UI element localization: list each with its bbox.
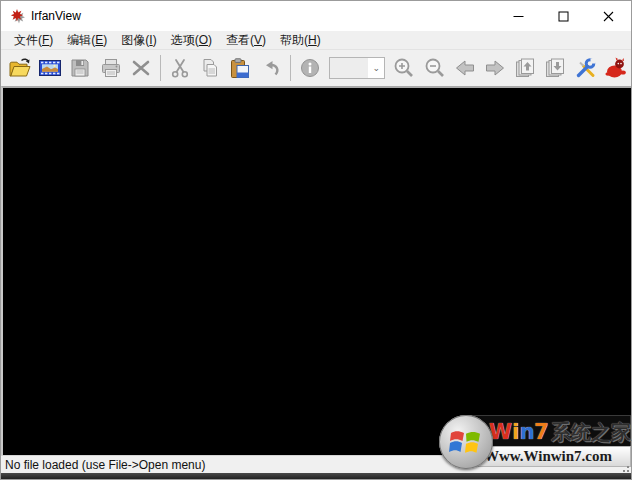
- first-file-button[interactable]: [510, 53, 540, 83]
- copy-button[interactable]: [195, 53, 225, 83]
- settings-button[interactable]: [570, 53, 600, 83]
- minimize-icon: [513, 11, 524, 22]
- print-button[interactable]: [96, 53, 126, 83]
- print-icon: [99, 56, 123, 80]
- pages-arrow-up-icon: [513, 56, 537, 80]
- toolbar-separator: [290, 55, 291, 81]
- zoom-in-button[interactable]: [389, 53, 419, 83]
- delete-icon: [129, 56, 153, 80]
- menu-mnemonic: O: [199, 33, 208, 47]
- menu-label: 文件(: [14, 33, 42, 47]
- open-icon: [8, 56, 32, 80]
- paste-icon: [228, 56, 252, 80]
- irfanview-app-icon: [9, 8, 25, 24]
- copy-icon: [198, 56, 222, 80]
- undo-button[interactable]: [255, 53, 285, 83]
- settings-icon: [574, 56, 598, 80]
- zoom-out-icon: [423, 56, 447, 80]
- menu-options[interactable]: 选项(O): [164, 30, 219, 51]
- maximize-icon: [558, 11, 569, 22]
- zoom-in-icon: [392, 56, 416, 80]
- menu-label: ): [262, 33, 266, 47]
- close-icon: [603, 11, 614, 22]
- menubar: 文件(F) 编辑(E) 图像(I) 选项(O) 查看(V) 帮助(H): [1, 31, 631, 50]
- info-button[interactable]: [295, 53, 325, 83]
- menu-edit[interactable]: 编辑(E): [60, 30, 114, 51]
- slideshow-icon: [38, 56, 62, 80]
- menu-mnemonic: H: [308, 33, 317, 47]
- save-icon: [68, 56, 92, 80]
- open-button[interactable]: [5, 53, 35, 83]
- menu-label: ): [103, 33, 107, 47]
- paste-button[interactable]: [225, 53, 255, 83]
- menu-image[interactable]: 图像(I): [114, 30, 163, 51]
- arrow-right-icon: [483, 56, 507, 80]
- zoom-value: [330, 58, 369, 78]
- menu-label: 图像(: [121, 33, 149, 47]
- undo-icon: [259, 56, 283, 80]
- zoom-out-button[interactable]: [420, 53, 450, 83]
- cut-icon: [168, 56, 192, 80]
- menu-label: ): [153, 33, 157, 47]
- maximize-button[interactable]: [541, 1, 586, 31]
- toolbar-separator: [160, 55, 161, 81]
- image-canvas: [1, 86, 631, 455]
- statusbar: No file loaded (use File->Open menu): [1, 455, 631, 473]
- menu-label: 查看(: [226, 33, 254, 47]
- toolbar: ⌄: [1, 50, 631, 86]
- arrow-left-icon: [453, 56, 477, 80]
- last-file-button[interactable]: [540, 53, 570, 83]
- window-title: IrfanView: [31, 9, 81, 23]
- menu-mnemonic: V: [254, 33, 262, 47]
- window-controls: [496, 1, 631, 31]
- menu-label: ): [49, 33, 53, 47]
- cut-button[interactable]: [165, 53, 195, 83]
- menu-label: 编辑(: [67, 33, 95, 47]
- menu-label: ): [317, 33, 321, 47]
- menu-label: ): [208, 33, 212, 47]
- chevron-down-icon: ⌄: [368, 63, 384, 73]
- irfanview-devil-icon: [604, 56, 628, 80]
- menu-file[interactable]: 文件(F): [7, 30, 60, 51]
- menu-label: 帮助(: [280, 33, 308, 47]
- save-button[interactable]: [65, 53, 95, 83]
- info-icon: [298, 56, 322, 80]
- minimize-button[interactable]: [496, 1, 541, 31]
- delete-button[interactable]: [126, 53, 156, 83]
- bottom-edge-strip: [1, 473, 631, 479]
- menu-view[interactable]: 查看(V): [219, 30, 273, 51]
- status-text: No file loaded (use File->Open menu): [5, 458, 205, 472]
- pages-arrow-down-icon: [543, 56, 567, 80]
- next-file-button[interactable]: [480, 53, 510, 83]
- menu-help[interactable]: 帮助(H): [273, 30, 328, 51]
- titlebar[interactable]: IrfanView: [1, 1, 631, 31]
- close-button[interactable]: [586, 1, 631, 31]
- zoom-combobox[interactable]: ⌄: [329, 57, 386, 79]
- resize-grip[interactable]: [619, 462, 629, 472]
- previous-file-button[interactable]: [450, 53, 480, 83]
- menu-label: 选项(: [171, 33, 199, 47]
- irfanview-window: IrfanView 文件(F) 编辑(E) 图像(I) 选项(O) 查看(V) …: [0, 0, 632, 480]
- slideshow-button[interactable]: [35, 53, 65, 83]
- about-button[interactable]: [601, 53, 631, 83]
